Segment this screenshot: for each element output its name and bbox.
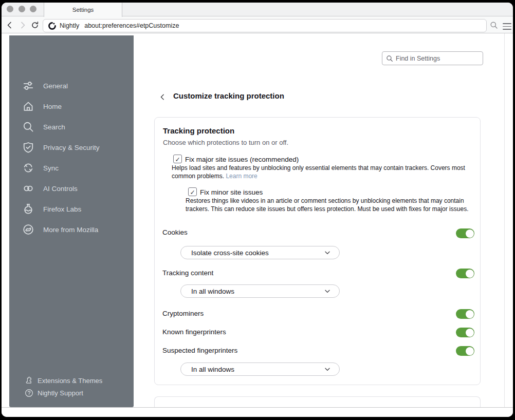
tracking-protection-card: Tracking protection Choose which protect…	[154, 117, 481, 385]
page-title: Customize tracking protection	[173, 91, 284, 100]
tracking-content-toggle[interactable]	[456, 269, 474, 278]
flask-icon	[23, 203, 34, 215]
identity-label: Nightly	[60, 22, 79, 29]
menu-hamburger-icon[interactable]	[503, 23, 511, 30]
sidebar-item-ai-controls[interactable]: AI Controls	[9, 178, 134, 199]
sidebar-item-label: Sync	[43, 164, 59, 172]
sidebar-item-sync[interactable]: Sync	[9, 158, 134, 178]
known-fingerprinters-toggle[interactable]	[456, 328, 474, 337]
back-icon[interactable]	[6, 21, 14, 29]
sidebar-item-label: Search	[43, 123, 65, 131]
suspected-fingerprinters-label: Suspected fingerprinters	[162, 347, 237, 354]
cryptominers-label: Cryptominers	[162, 310, 204, 317]
sidebar-item-label: AI Controls	[43, 185, 78, 193]
sidebar-item-extensions-themes[interactable]: Extensions & Themes	[9, 374, 134, 387]
tab-settings[interactable]: Settings	[44, 3, 122, 17]
sidebar-item-general[interactable]: General	[9, 75, 134, 96]
tracking-content-dropdown[interactable]: In all windows	[180, 284, 340, 298]
sidebar-item-label: Nightly Support	[38, 389, 83, 397]
browser-window: Settings Nightly about:preferences#etpCu…	[2, 3, 513, 417]
sidebar-item-privacy-security[interactable]: Privacy & Security	[9, 137, 134, 158]
url-bar[interactable]: Nightly about:preferences#etpCustomize	[43, 19, 487, 32]
back-to-privacy-icon[interactable]	[159, 93, 166, 101]
cookies-dropdown[interactable]: Isolate cross-site cookies	[180, 246, 340, 259]
sidebar-item-label: Extensions & Themes	[38, 377, 102, 385]
tracking-content-dropdown-value: In all windows	[191, 288, 234, 295]
home-icon	[23, 101, 34, 112]
sidebar-item-nightly-support[interactable]: Nightly Support	[9, 387, 134, 399]
fix-major-site-issues-checkbox[interactable]	[173, 155, 182, 163]
cookies-toggle[interactable]	[456, 228, 474, 238]
learn-more-link[interactable]: Learn more	[226, 173, 257, 180]
sidebar-item-label: Firefox Labs	[43, 205, 81, 213]
scrollbar-gutter-divider	[504, 33, 505, 407]
find-in-settings-box[interactable]	[382, 51, 483, 65]
reload-icon[interactable]	[31, 21, 39, 29]
globe-icon	[23, 224, 34, 235]
zoom-window-button[interactable]	[30, 6, 36, 12]
loops-icon	[23, 183, 34, 194]
viewport-bottom-edge	[2, 407, 513, 408]
suspected-fingerprinters-dropdown[interactable]: In all windows	[180, 362, 340, 376]
tab-title: Settings	[72, 7, 94, 13]
cryptominers-toggle[interactable]	[456, 309, 474, 319]
question-icon	[25, 389, 33, 397]
puzzle-icon	[25, 376, 33, 385]
fix-major-description: Helps load sites and features by unblock…	[172, 164, 470, 180]
fix-minor-site-issues-label: Fix minor site issues	[200, 188, 263, 196]
sidebar-item-label: General	[43, 82, 68, 90]
sidebar-item-home[interactable]: Home	[9, 96, 134, 117]
find-in-settings-input[interactable]	[396, 55, 473, 62]
titlebar: Settings	[2, 3, 513, 16]
known-fingerprinters-label: Known fingerprinters	[162, 328, 226, 336]
sidebar-item-label: Privacy & Security	[43, 144, 100, 151]
card-subheading: Choose which protections to turn on or o…	[163, 139, 288, 146]
settings-page: General Home Search Privacy & Security S	[2, 33, 513, 417]
search-icon	[23, 121, 34, 132]
sync-icon	[23, 162, 34, 174]
sidebar-item-search[interactable]: Search	[9, 117, 134, 137]
next-section-card	[154, 396, 481, 407]
tracking-content-label: Tracking content	[162, 269, 213, 277]
cookies-dropdown-value: Isolate cross-site cookies	[191, 249, 269, 257]
chevron-down-icon	[325, 368, 330, 371]
sidebar-item-more-from-mozilla[interactable]: More from Mozilla	[9, 219, 134, 240]
suspected-fingerprinters-dropdown-value: In all windows	[191, 366, 234, 373]
chevron-down-icon	[325, 251, 330, 255]
url-text: about:preferences#etpCustomize	[84, 22, 179, 29]
sidebar-item-firefox-labs[interactable]: Firefox Labs	[9, 199, 134, 219]
find-search-icon	[386, 55, 393, 62]
fix-major-site-issues-label: Fix major site issues (recommended)	[185, 156, 299, 163]
settings-sidebar: General Home Search Privacy & Security S	[9, 35, 134, 407]
chevron-down-icon	[325, 290, 330, 293]
forward-icon[interactable]	[19, 21, 27, 29]
screenshot-root: Settings Nightly about:preferences#etpCu…	[0, 0, 515, 420]
sidebar-item-label: Home	[43, 103, 62, 110]
card-heading: Tracking protection	[163, 126, 234, 135]
sliders-icon	[23, 80, 34, 91]
minimize-window-button[interactable]	[19, 6, 25, 12]
suspected-fingerprinters-toggle[interactable]	[456, 346, 474, 356]
shield-check-icon	[23, 142, 34, 153]
sidebar-item-label: More from Mozilla	[43, 226, 98, 234]
fix-minor-site-issues-checkbox[interactable]	[188, 187, 197, 196]
cookies-label: Cookies	[162, 228, 188, 236]
close-window-button[interactable]	[7, 6, 13, 12]
fix-minor-description: Restores things like videos in an articl…	[186, 197, 469, 213]
toolbar-search-icon[interactable]	[490, 21, 498, 29]
nightly-logo-icon	[48, 22, 56, 30]
